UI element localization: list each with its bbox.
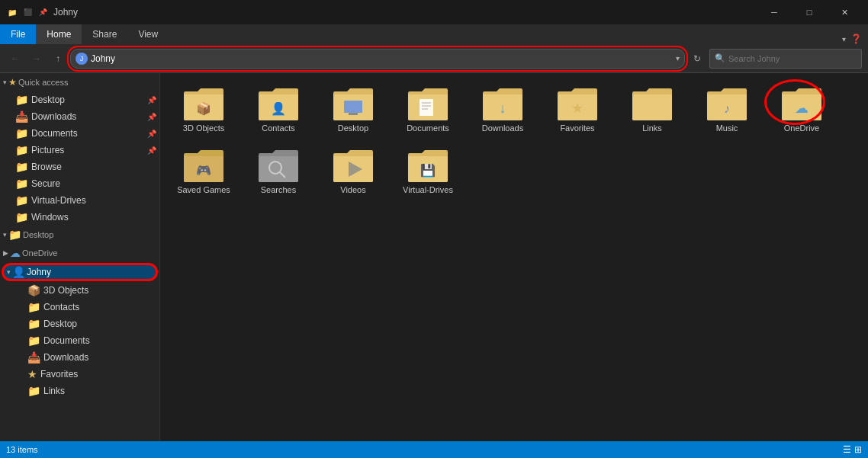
3dobjects-label: 3D Objects [183,123,224,133]
johny-desktop-icon: 📁 [27,318,40,330]
onedrive-folder-icon-main: ☁ [782,87,821,120]
johny-favorites-label: Favorites [40,369,78,380]
tab-file[interactable]: File [0,24,36,44]
sidebar-johny-favorites[interactable]: ★ Favorites [0,366,159,383]
johny-links-label: Links [43,386,65,396]
sidebar-virtualdrives-label: Virtual-Drives [31,195,86,206]
search-box[interactable]: 🔍 [709,49,862,69]
content-area: 📦 3D Objects 👤 Contacts [160,73,868,441]
tab-home[interactable]: Home [36,24,82,44]
help-icon[interactable]: ❓ [850,34,862,44]
back-button[interactable]: ← [6,50,24,68]
status-bar: 13 items ☰ ⊞ [0,441,868,458]
johny-header[interactable]: ▾ 👤 Johny [2,263,158,281]
sidebar-johny-3dobjects[interactable]: 📦 3D Objects [0,282,159,299]
title-bar-icons: 📁 ⬛ 📌 [6,6,49,18]
johny-downloads-label: Downloads [43,352,88,363]
up-button[interactable]: ↑ [49,50,67,68]
johny-downloads-icon: 📥 [27,351,40,364]
sidebar-johny-links[interactable]: 📁 Links [0,383,159,399]
johny-chevron: ▾ [7,268,11,276]
sidebar-item-desktop[interactable]: 📁 Desktop 📌 [0,91,159,108]
documents-label: Documents [407,123,449,133]
sidebar-johny-downloads[interactable]: 📥 Downloads [0,349,159,366]
sidebar-item-downloads[interactable]: 📥 Downloads 📌 [0,108,159,125]
refresh-button[interactable]: ↻ [688,50,706,68]
sidebar-item-documents[interactable]: 📁 Documents 📌 [0,125,159,142]
address-path[interactable]: J Johny ▾ [70,49,685,69]
grid-view-icon[interactable]: ⊞ [854,444,862,455]
downloads-label: Downloads [482,123,523,133]
title-bar: 📁 ⬛ 📌 Johny ─ □ ✕ [0,0,868,24]
pictures-folder-icon: 📁 [15,144,28,156]
folder-3dobjects[interactable]: 📦 3D Objects [169,82,238,138]
sidebar-item-pictures[interactable]: 📁 Pictures 📌 [0,142,159,159]
svg-text:♪: ♪ [724,102,730,115]
tab-view[interactable]: View [127,24,169,44]
sidebar-johny-contacts[interactable]: 📁 Contacts [0,299,159,315]
links-folder-icon-main [632,87,672,120]
sidebar-johny-desktop[interactable]: 📁 Desktop [0,315,159,332]
folder-videos[interactable]: Videos [319,144,387,200]
desktop-header[interactable]: ▾ 📁 Desktop [0,226,159,244]
sidebar-downloads-label: Downloads [31,111,76,122]
folder-desktop[interactable]: Desktop [319,82,387,138]
quick-access-header[interactable]: ▾ ★ Quick access [0,73,159,91]
close-button[interactable]: ✕ [827,0,862,24]
virtualdrives-label: Virtual-Drives [403,185,453,195]
folder-downloads[interactable]: ↓ Downloads [468,82,537,138]
folder-contacts[interactable]: 👤 Contacts [244,82,313,138]
folder-links[interactable]: Links [618,82,686,138]
svg-text:📦: 📦 [196,101,211,116]
contacts-folder-icon: 👤 [259,87,298,120]
folder-virtualdrives[interactable]: 💾 Virtual-Drives [394,144,462,200]
ribbon-expand-icon[interactable]: ▾ [842,35,846,43]
tab-share[interactable]: Share [82,24,127,44]
forward-button[interactable]: → [27,50,46,68]
ribbon-tabs: File Home Share View ▾ ❓ [0,24,868,44]
documents-folder-icon: 📁 [15,127,28,139]
johny-icon: 👤 [12,266,25,278]
sidebar-pictures-label: Pictures [31,145,64,155]
svg-rect-4 [420,99,433,116]
sidebar-secure-label: Secure [31,178,60,189]
quick-access-chevron: ▾ [3,78,7,86]
desktop-group-icon: 📁 [8,229,21,241]
search-input[interactable] [728,54,857,63]
savedgames-label: Saved Games [177,185,230,195]
sidebar: ▾ ★ Quick access 📁 Desktop 📌 📥 Downloads… [0,73,160,441]
johny-contacts-label: Contacts [43,302,79,312]
sidebar-item-secure[interactable]: 📁 Secure [0,175,159,192]
onedrive-chevron: ▶ [3,249,8,257]
maximize-button[interactable]: □ [792,0,827,24]
folder-searches[interactable]: Searches [244,144,313,200]
sidebar-item-windows[interactable]: 📁 Windows [0,209,159,226]
virtualdrives-folder-icon: 📁 [15,194,28,207]
sidebar-johny-documents[interactable]: 📁 Documents [0,332,159,349]
details-view-icon[interactable]: ☰ [843,444,851,455]
favorites-folder-icon-main: ★ [558,87,597,120]
path-text: Johny [91,53,115,64]
searches-folder-icon-main [259,149,298,182]
minimize-button[interactable]: ─ [757,0,792,24]
pin-icon: 📌 [37,6,49,18]
sidebar-item-virtual-drives[interactable]: 📁 Virtual-Drives [0,192,159,209]
windows-folder-icon: 📁 [15,211,28,223]
contacts-icon: 📁 [27,301,40,313]
svg-text:↓: ↓ [500,101,506,116]
folder-onedrive[interactable]: ☁ OneDrive [767,82,836,138]
item-count: 13 items [6,445,38,454]
view-controls: ☰ ⊞ [843,444,862,455]
savedgames-folder-icon-main: 🎮 [184,149,223,182]
links-label: Links [642,123,662,133]
folder-savedgames[interactable]: 🎮 Saved Games [169,144,238,200]
folder-documents[interactable]: Documents [394,82,462,138]
sidebar-item-browse[interactable]: 📁 Browse [0,159,159,175]
searches-label: Searches [261,185,296,195]
folder-music[interactable]: ♪ Music [693,82,761,138]
onedrive-header[interactable]: ▶ ☁ OneDrive [0,244,159,262]
path-dropdown-arrow[interactable]: ▾ [676,54,680,62]
desktop-label: Desktop [338,123,368,133]
desktop-folder-icon: 📁 [15,94,28,106]
folder-favorites[interactable]: ★ Favorites [543,82,612,138]
